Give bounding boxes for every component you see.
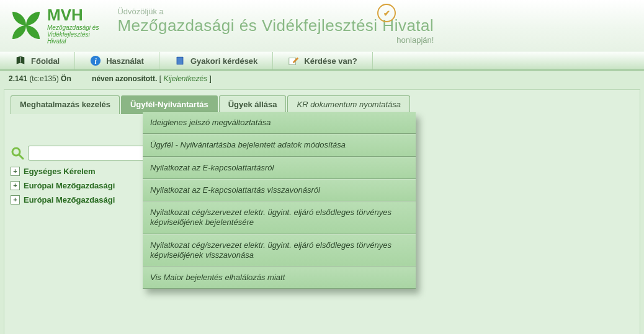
tree-label: Egységes Kérelem	[24, 167, 96, 176]
tree-label: Európai Mezőgazdasági	[24, 195, 115, 204]
tab-authorization[interactable]: Meghatalmazás kezelés	[11, 95, 120, 114]
diamond-book-icon	[174, 55, 186, 66]
page-header: MVH Mezőgazdasági és Vidékfejlesztési Hi…	[0, 0, 644, 51]
you-label: Ön	[61, 74, 71, 83]
tree-label: Európai Mezőgazdasági	[24, 181, 115, 190]
build-tag: (tc:e135)	[29, 74, 58, 83]
menu-econtact-withdraw[interactable]: Nyilatkozat az E-kapcsolattartás visszav…	[143, 179, 416, 201]
toolbar-usage-label: Használat	[106, 56, 144, 66]
toolbar-usage[interactable]: i Használat	[75, 52, 159, 69]
menu-vis-maior-death[interactable]: Vis Maior bejelentés elhalálozás miatt	[143, 266, 416, 289]
brand-line1: Mezőgazdasági és	[47, 24, 99, 31]
tab-bar: Meghatalmazás kezelés Ügyfél-Nyilvántart…	[11, 95, 633, 113]
logout-link[interactable]: Kijelentkezés	[163, 74, 207, 83]
tab-kr-print[interactable]: KR dokumentum nyomtatása	[287, 95, 410, 114]
content-panel: Meghatalmazás kezelés Ügyfél-Nyilvántart…	[4, 89, 640, 334]
plus-icon: +	[11, 167, 20, 176]
pencil-note-icon	[288, 55, 299, 66]
toolbar-home[interactable]: Főoldal	[0, 52, 75, 69]
plus-icon: +	[11, 181, 20, 190]
menu-org-representative-declare[interactable]: Nyilatkozat cég/szervezet elektr. ügyint…	[143, 201, 416, 234]
logo-icon	[11, 11, 41, 40]
toolbar-home-label: Főoldal	[31, 56, 60, 66]
version-number: 2.141	[9, 74, 27, 83]
status-line: 2.141 (tc:e135) Ön néven azonosított. [ …	[0, 71, 644, 87]
toolbar-question[interactable]: Kérdése van?	[273, 52, 372, 69]
tab-client-registry[interactable]: Ügyfél-Nyilvántartás	[121, 95, 218, 114]
svg-rect-3	[177, 58, 182, 64]
main-toolbar: Főoldal i Használat Gyakori kérdések Kér…	[0, 51, 644, 71]
info-icon: i	[90, 55, 101, 66]
menu-modify-client-data[interactable]: Ügyfél - Nyilvántartásba bejelentett ada…	[143, 134, 416, 156]
plus-icon: +	[11, 195, 20, 204]
toolbar-faq[interactable]: Gyakori kérdések	[159, 52, 273, 69]
client-registry-dropdown: Ideiglenes jelszó megváltoztatása Ügyfél…	[143, 112, 416, 289]
brand-short: MVH	[47, 6, 99, 24]
toolbar-question-label: Kérdése van?	[304, 56, 357, 66]
brand-line2: Vidékfejlesztési	[47, 31, 99, 38]
toolbar-faq-label: Gyakori kérdések	[190, 56, 257, 66]
book-icon	[15, 55, 26, 66]
bracket-close: ]	[207, 74, 212, 83]
welcome-line3: honlapján!	[117, 35, 434, 45]
tab-case-status[interactable]: Ügyek állása	[219, 95, 287, 114]
menu-org-representative-withdraw[interactable]: Nyilatkozat cég/szervezet elektr. ügyint…	[143, 234, 416, 267]
identified-label: néven azonosított.	[92, 74, 157, 83]
brand-line3: Hivatal	[47, 38, 99, 45]
menu-econtact-declaration[interactable]: Nyilatkozat az E-kapcsolattartásról	[143, 157, 416, 179]
search-icon	[11, 146, 24, 160]
svg-line-6	[19, 155, 23, 159]
brand-logo: MVH Mezőgazdasági és Vidékfejlesztési Hi…	[11, 6, 99, 45]
menu-change-temp-password[interactable]: Ideiglenes jelszó megváltoztatása	[143, 112, 416, 134]
sgs-badge-icon: ✔	[377, 4, 396, 22]
